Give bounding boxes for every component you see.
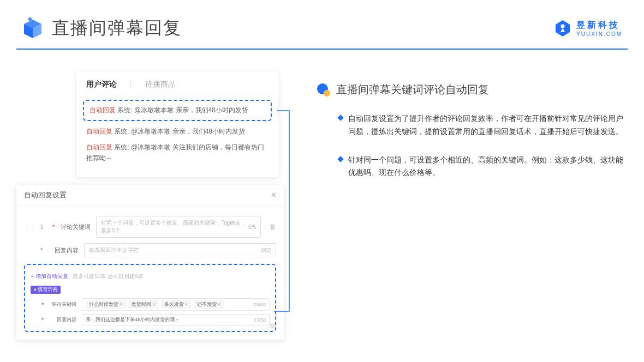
diamond-icon — [337, 114, 343, 120]
auto-reply-tag: 自动回复 — [86, 128, 112, 135]
char-count: 0/50 — [261, 248, 271, 254]
chip[interactable]: 多久发货× — [161, 300, 191, 309]
header-left: 直播间弹幕回复 — [22, 16, 182, 40]
brand-text: 昱新科技 YUUXIN.COM — [576, 20, 622, 37]
label-keyword: 评论关键词 — [60, 223, 91, 231]
tab-row: 用户评论 | 待播商品 — [86, 80, 269, 94]
example-row-keyword: * 评论关键词 什么时候发货× 发货时间× 多久发货× 还不发货× 20/50 — [31, 298, 270, 311]
ex-input-keyword[interactable]: 什么时候发货× 发货时间× 多久发货× 还不发货× 20/50 — [82, 298, 270, 311]
dots-icon — [317, 83, 331, 97]
main-content: 用户评论 | 待播商品 自动回复 系统: @冰墩墩本墩 亲亲，我们48小时内发货… — [0, 50, 644, 216]
input-content[interactable]: 每条限50个中文字符 0/50 — [84, 243, 276, 257]
brand-name: 昱新科技 — [576, 20, 622, 31]
row-number: 1 — [40, 224, 47, 230]
auto-reply-tag: 自动回复 — [90, 106, 116, 114]
comment-item: 自动回复 系统: @冰墩墩本墩 关注我们的店铺，每日都有热门推荐呦～ — [86, 142, 269, 163]
bullet-text: 自动回复设置为了提升作者的评论回复效率，作者可在开播前针对常见的评论用户问题，提… — [348, 112, 628, 138]
settings-body: ⋮⋮ 1 * 评论关键词 对同一个问题，可设置多个相近、高频的关键词，Tag确定… — [16, 206, 284, 340]
form-row-keyword: ⋮⋮ 1 * 评论关键词 对同一个问题，可设置多个相近、高频的关键词，Tag确定… — [24, 216, 276, 238]
example-row-content: * 回复内容 亲，我们这边都是下单48小时内发货的哦～ 37/50 — [31, 314, 270, 325]
settings-header: 自动回复设置 × — [16, 185, 284, 206]
chip[interactable]: 还不发货× — [194, 300, 224, 309]
chip[interactable]: 发货时间× — [128, 300, 158, 309]
add-auto-reply-link[interactable]: + 增加自动回复 — [31, 273, 68, 280]
settings-panel: 自动回复设置 × ⋮⋮ 1 * 评论关键词 对同一个问题，可设置多个相近、高频的… — [16, 185, 284, 340]
auto-reply-tag: 自动回复 — [86, 143, 112, 151]
comment-text: @冰墩墩本墩 亲亲，我们48小时内发货 — [131, 128, 245, 135]
svg-point-4 — [561, 25, 565, 28]
chip[interactable]: 什么时候发货× — [86, 300, 126, 309]
add-row: + 增加自动回复 最多可建10条 还可以创建9条 — [31, 270, 270, 283]
ex-input-content[interactable]: 亲，我们这边都是下单48小时内发货的哦～ 37/50 — [82, 314, 270, 325]
label-content: 回复内容 — [48, 246, 79, 255]
page-header: 直播间弹幕回复 昱新科技 YUUXIN.COM — [0, 0, 644, 49]
chip-remove-icon[interactable]: × — [185, 301, 188, 307]
comment-text: @冰墩墩本墩 关注我们的店铺，每日都有热门推荐呦～ — [86, 143, 264, 161]
ex-label-content: 回复内容 — [49, 316, 76, 323]
comment-item: 自动回复 系统: @冰墩墩本墩 亲亲，我们48小时内发货 — [86, 126, 269, 137]
required-icon: * — [41, 317, 44, 323]
tab-divider: | — [130, 80, 132, 89]
brand-logo: 昱新科技 YUUXIN.COM — [553, 19, 622, 38]
svg-point-6 — [324, 90, 330, 96]
bullet-item: 针对同一个问题，可设置多个相近的、高频的关键词。例如：这款多少钱、这块能优惠吗、… — [317, 154, 628, 180]
comment-panel: 用户评论 | 待播商品 自动回复 系统: @冰墩墩本墩 亲亲，我们48小时内发货… — [76, 71, 278, 177]
required-icon: * — [41, 301, 44, 308]
required-icon: * — [40, 247, 43, 254]
comment-text: @冰墩墩本墩 亲亲，我们48小时内发货 — [134, 106, 248, 114]
form-row-content: * 回复内容 每条限50个中文字符 0/50 — [24, 243, 276, 257]
settings-title: 自动回复设置 — [24, 190, 67, 200]
placeholder-text: 每条限50个中文字符 — [89, 246, 139, 254]
chip-container: 什么时候发货× 发货时间× 多久发货× 还不发货× — [86, 300, 225, 309]
required-icon: * — [52, 224, 55, 230]
placeholder-text: 对同一个问题，可设置多个相近、高频的关键词，Tag确定，最多5个 — [101, 219, 248, 234]
section-title-row: 直播间弹幕关键词评论自动回复 — [317, 82, 628, 97]
brand-sub: YUUXIN.COM — [576, 31, 622, 37]
drag-handle-icon[interactable]: ⋮⋮ — [24, 224, 35, 230]
bullet-text: 针对同一个问题，可设置多个相近的、高频的关键词。例如：这款多少钱、这块能优惠吗、… — [348, 154, 628, 180]
char-count: 20/50 — [253, 302, 266, 307]
chip-remove-icon[interactable]: × — [152, 301, 155, 307]
right-column: 直播间弹幕关键词评论自动回复 自动回复设置为了提升作者的评论回复效率，作者可在开… — [317, 71, 628, 195]
example-box: + 增加自动回复 最多可建10条 还可以创建9条 ♦ 填写示例 * 评论关键词 … — [24, 264, 276, 332]
tab-pending-goods[interactable]: 待播商品 — [145, 80, 176, 89]
char-count: 0/5 — [248, 224, 256, 230]
cube-icon — [22, 17, 44, 39]
overflow-count: /50 — [269, 323, 276, 329]
example-badge: ♦ 填写示例 — [31, 286, 61, 294]
highlighted-comment: 自动回复 系统: @冰墩墩本墩 亲亲，我们48小时内发货 — [83, 100, 272, 121]
brand-mark-icon — [553, 19, 572, 38]
trash-icon[interactable]: 🗑 — [270, 223, 276, 231]
ex-label-keyword: 评论关键词 — [49, 301, 76, 308]
ex-content-text: 亲，我们这边都是下单48小时内发货的哦～ — [86, 316, 180, 323]
system-label: 系统: — [117, 106, 132, 114]
left-column: 用户评论 | 待播商品 自动回复 系统: @冰墩墩本墩 亲亲，我们48小时内发货… — [16, 71, 300, 195]
chip-remove-icon[interactable]: × — [218, 301, 220, 307]
bullet-item: 自动回复设置为了提升作者的评论回复效率，作者可在开播前针对常见的评论用户问题，提… — [317, 112, 628, 138]
input-keyword[interactable]: 对同一个问题，可设置多个相近、高频的关键词，Tag确定，最多5个 0/5 — [96, 216, 261, 238]
page-title: 直播间弹幕回复 — [52, 16, 182, 40]
chip-remove-icon[interactable]: × — [120, 301, 122, 307]
section-title: 直播间弹幕关键词评论自动回复 — [336, 82, 489, 97]
close-icon[interactable]: × — [271, 190, 276, 200]
comment-item: 自动回复 系统: @冰墩墩本墩 亲亲，我们48小时内发货 — [90, 105, 265, 116]
diamond-icon — [337, 156, 343, 162]
system-label: 系统: — [114, 128, 129, 135]
system-label: 系统: — [114, 143, 129, 151]
tab-user-comments[interactable]: 用户评论 — [86, 80, 117, 89]
add-hint: 最多可建10条 还可以创建9条 — [73, 273, 143, 279]
char-count: 37/50 — [253, 317, 266, 323]
